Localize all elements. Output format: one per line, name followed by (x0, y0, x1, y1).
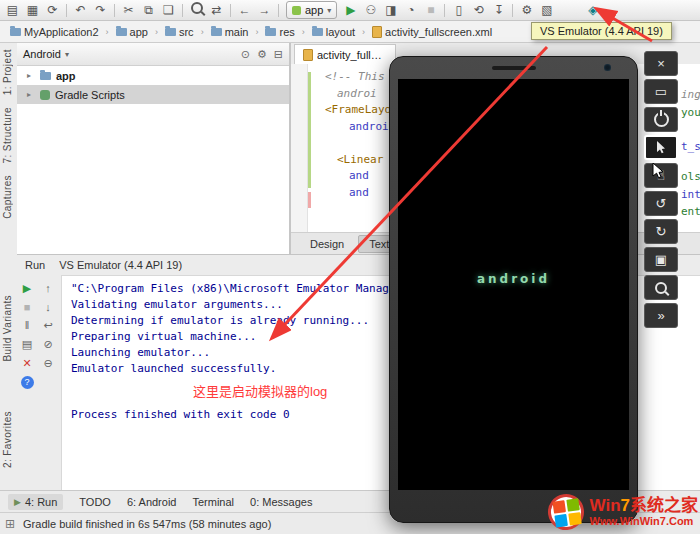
emulator-close-button[interactable]: × (644, 51, 678, 76)
save-all-icon[interactable]: ▦ (23, 2, 42, 19)
debug-button[interactable]: ⚇ (361, 2, 380, 19)
emulator-window[interactable]: android (389, 56, 638, 523)
emulator-toolbar: × ▭ ☝ ↺ ↻ ▣ » (644, 51, 678, 328)
editor-gutter (291, 64, 308, 232)
gradle-sync-icon[interactable]: ⟲ (469, 2, 488, 19)
pause-output-button[interactable]: ‖ (25, 319, 30, 332)
locate-icon[interactable]: ⊙ (241, 48, 250, 61)
run-button[interactable]: ▶ (341, 2, 360, 19)
project-structure-icon[interactable]: ▧ (537, 2, 556, 19)
expand-arrow-icon[interactable]: ▸ (27, 71, 35, 80)
down-arrow-icon[interactable]: ↓ (45, 301, 51, 313)
run-tab-icon: ▶ (14, 497, 21, 507)
gradle-icon (40, 90, 50, 100)
tool-tab-structure[interactable]: 7: Structure (2, 107, 13, 164)
folder-icon (312, 28, 323, 36)
emulator-power-button[interactable] (644, 107, 678, 132)
tooltip: VS Emulator (4.4 API 19) (531, 22, 672, 40)
emulator-rotate-left-button[interactable]: ↺ (644, 191, 678, 216)
xml-file-icon (303, 49, 313, 61)
toolbar-tab-todo[interactable]: TODO (79, 496, 111, 508)
soft-wrap-icon[interactable]: ↩ (43, 319, 52, 332)
toolbar-tab-run[interactable]: ▶ 4: Run (8, 494, 63, 510)
tab-label: TODO (79, 496, 111, 508)
vs-emulator-icon[interactable]: ◈ (583, 2, 602, 19)
up-arrow-icon[interactable]: ↑ (45, 282, 51, 295)
profiler-button[interactable]: ◔ (401, 2, 420, 19)
change-marker-green (308, 72, 311, 188)
cut-icon[interactable]: ✂ (119, 2, 138, 19)
breadcrumb-item-file[interactable]: activity_fullscreen.xml (368, 25, 496, 39)
editor-tab-activity-fullscreen[interactable]: activity_fullscreen.xml (294, 44, 396, 64)
tool-tab-favorites[interactable]: 2: Favorites (2, 411, 13, 468)
code-fragment: ols" (681, 170, 700, 183)
rerun-button[interactable]: ▶ (23, 282, 31, 295)
folder-icon (211, 28, 222, 36)
toolbar-separator (114, 4, 115, 17)
sdk-manager-icon[interactable]: ↧ (489, 2, 508, 19)
run-config-tab[interactable]: VS Emulator (4.4 API 19) (59, 259, 182, 271)
toolbar-tab-messages[interactable]: 0: Messages (250, 496, 312, 508)
phone-speaker (492, 66, 536, 70)
breadcrumb-item-layout[interactable]: layout (308, 25, 359, 39)
sync-icon[interactable]: ⟳ (43, 2, 62, 19)
find-icon[interactable] (187, 2, 206, 19)
settings-gear-icon[interactable]: ⚙ (517, 2, 536, 19)
breadcrumb-item-src[interactable]: src (161, 25, 198, 39)
chevron-right-icon: › (254, 27, 259, 37)
chevron-right-icon: › (200, 27, 205, 37)
breadcrumb-item-main[interactable]: main (207, 25, 253, 39)
tool-tab-build-variants[interactable]: Build Variants (2, 295, 13, 362)
paste-icon[interactable]: ❏ (159, 2, 178, 19)
emulator-screen[interactable]: android (398, 79, 629, 490)
emulator-zoom-button[interactable] (644, 275, 678, 300)
close-icon[interactable]: ✕ (22, 357, 31, 370)
tree-item-app[interactable]: ▸ app (17, 66, 289, 85)
toolbar-separator (278, 4, 279, 17)
toolbar-tab-terminal[interactable]: Terminal (192, 496, 234, 508)
chevron-right-icon: › (301, 27, 306, 37)
folder-icon (165, 28, 176, 36)
emulator-fit-button[interactable]: ▣ (644, 247, 678, 272)
expand-arrow-icon[interactable]: ▸ (27, 90, 35, 99)
breadcrumb-item-res[interactable]: res (261, 25, 298, 39)
toolbar-separator (66, 4, 67, 17)
tab-label: 0: Messages (250, 496, 312, 508)
gc-trash-icon[interactable]: ⊖ (43, 357, 52, 370)
coverage-button[interactable]: ◨ (381, 2, 400, 19)
tree-item-gradle-scripts[interactable]: ▸ Gradle Scripts (17, 85, 289, 104)
run-panel-title: Run (25, 259, 45, 271)
emulator-cursor-button[interactable] (644, 135, 678, 160)
run-panel-toolbar: ▶ ↑ ■ ↓ ‖ ↩ ▤ ⊘ ✕ ⊖ ? (17, 275, 62, 490)
emulator-minimize-button[interactable]: ▭ (644, 79, 678, 104)
tool-tab-project[interactable]: 1: Project (2, 49, 13, 95)
gear-icon[interactable]: ⚙ (257, 48, 267, 61)
tab-design[interactable]: Design (299, 235, 355, 253)
code-fragment: yout" (681, 106, 700, 119)
breadcrumb-item-app[interactable]: app (112, 25, 152, 39)
redo-icon[interactable]: ↷ (91, 2, 110, 19)
hide-panel-icon[interactable]: ⊟ (274, 48, 283, 61)
breadcrumb-item-project[interactable]: MyApplication2 (6, 25, 103, 39)
search-icon (191, 2, 203, 14)
back-icon[interactable]: ← (235, 2, 254, 19)
copy-icon[interactable]: ⧉ (139, 2, 158, 19)
toolbar-tab-android[interactable]: 6: Android (127, 496, 177, 508)
avd-manager-icon[interactable]: ▯ (449, 2, 468, 19)
open-icon[interactable]: ▤ (3, 2, 22, 19)
windows-flag-icon (545, 492, 586, 533)
forward-icon[interactable]: → (255, 2, 274, 19)
emulator-rotate-right-button[interactable]: ↻ (644, 219, 678, 244)
tool-tab-captures[interactable]: Captures (2, 175, 13, 219)
watermark-url: Www.WinWin7.Com (590, 515, 698, 527)
replace-icon[interactable]: ⇄ (207, 2, 226, 19)
help-icon[interactable]: ? (21, 376, 34, 389)
project-view-selector[interactable]: Android (23, 48, 61, 60)
run-config-combo[interactable]: app ▾ (286, 1, 337, 19)
chevron-down-icon: ▾ (327, 6, 331, 15)
console-icon[interactable]: ▤ (22, 338, 32, 351)
toolwindow-toggle-icon[interactable]: ⊞ (5, 517, 15, 531)
undo-icon[interactable]: ↶ (71, 2, 90, 19)
clear-output-icon[interactable]: ⊘ (43, 338, 52, 351)
emulator-more-button[interactable]: » (644, 303, 678, 328)
